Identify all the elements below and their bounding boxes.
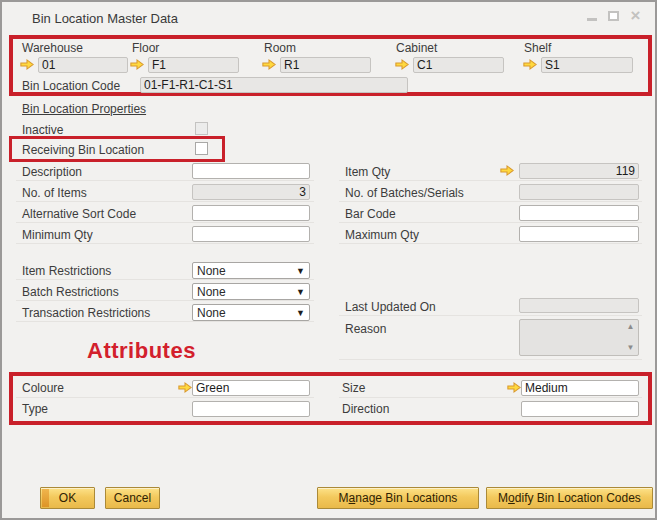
inactive-label: Inactive — [22, 123, 63, 137]
room-field[interactable] — [280, 57, 371, 73]
shelf-label: Shelf — [524, 41, 551, 55]
bar-code-label: Bar Code — [345, 207, 396, 221]
minimum-qty-field[interactable] — [192, 226, 310, 242]
coloure-link-arrow-icon[interactable] — [178, 381, 192, 394]
warehouse-field[interactable] — [38, 57, 128, 73]
alternative-sort-code-label: Alternative Sort Code — [22, 207, 136, 221]
maximum-qty-label: Maximum Qty — [345, 228, 419, 242]
last-updated-on-field[interactable] — [519, 298, 639, 313]
batch-restrictions-label: Batch Restrictions — [22, 285, 119, 299]
no-of-batches-serials-field[interactable] — [519, 184, 639, 200]
transaction-restrictions-label: Transaction Restrictions — [22, 306, 150, 320]
row-divider — [339, 222, 642, 223]
warehouse-link-arrow-icon[interactable] — [20, 58, 34, 71]
item-qty-label: Item Qty — [345, 165, 390, 179]
bin-location-master-data-window: Bin Location Master Data × Warehouse Flo… — [0, 0, 657, 520]
size-link-arrow-icon[interactable] — [507, 381, 521, 394]
item-qty-field[interactable] — [519, 163, 639, 179]
manage-bin-locations-label: Manage Bin Locations — [339, 491, 458, 505]
row-divider — [339, 397, 642, 398]
chevron-down-icon: ▼ — [296, 308, 305, 318]
row-divider — [339, 201, 642, 202]
type-field[interactable] — [192, 401, 310, 417]
description-label: Description — [22, 165, 82, 179]
modify-bin-location-codes-button[interactable]: Modify Bin Location Codes — [486, 487, 653, 509]
bin-location-properties-link[interactable]: Bin Location Properties — [22, 102, 146, 116]
last-updated-on-label: Last Updated On — [345, 300, 436, 314]
description-field[interactable] — [192, 163, 310, 179]
row-divider — [16, 279, 314, 280]
row-divider — [16, 180, 314, 181]
row-divider — [16, 397, 314, 398]
receiving-bin-location-checkbox[interactable] — [195, 142, 208, 155]
chevron-down-icon: ▼ — [296, 266, 305, 276]
warehouse-label: Warehouse — [22, 41, 83, 55]
cancel-button-label: Cancel — [114, 491, 151, 505]
room-label: Room — [264, 41, 296, 55]
alternative-sort-code-field[interactable] — [192, 205, 310, 221]
shelf-field[interactable] — [541, 57, 633, 73]
no-of-items-label: No. of Items — [22, 186, 87, 200]
chevron-down-icon: ▼ — [296, 287, 305, 297]
cancel-button[interactable]: Cancel — [105, 487, 160, 509]
bar-code-field[interactable] — [519, 205, 639, 221]
cabinet-field[interactable] — [413, 57, 504, 73]
maximize-icon[interactable] — [606, 9, 621, 23]
row-divider — [16, 243, 314, 244]
type-label: Type — [22, 402, 48, 416]
receiving-bin-location-label: Receiving Bin Location — [22, 143, 144, 157]
item-restrictions-value: None — [197, 264, 296, 278]
item-restrictions-label: Item Restrictions — [22, 264, 111, 278]
row-divider — [16, 300, 314, 301]
cabinet-link-arrow-icon[interactable] — [395, 58, 409, 71]
reason-textarea[interactable]: ▲ ▼ — [519, 319, 639, 356]
row-divider — [339, 243, 642, 244]
modify-bin-location-codes-label: Modify Bin Location Codes — [498, 491, 641, 505]
direction-label: Direction — [342, 402, 389, 416]
close-icon[interactable]: × — [628, 9, 643, 23]
floor-field[interactable] — [148, 57, 239, 73]
inactive-checkbox[interactable] — [195, 122, 208, 135]
row-divider — [16, 201, 314, 202]
floor-label: Floor — [132, 41, 159, 55]
minimize-icon[interactable] — [584, 9, 599, 23]
manage-bin-locations-button[interactable]: Manage Bin Locations — [317, 487, 479, 509]
ok-button[interactable]: OK — [40, 487, 95, 509]
item-qty-link-arrow-icon[interactable] — [500, 164, 514, 177]
batch-restrictions-value: None — [197, 285, 296, 299]
minimum-qty-label: Minimum Qty — [22, 228, 93, 242]
row-divider — [16, 222, 314, 223]
size-field[interactable] — [521, 380, 639, 396]
scroll-up-icon[interactable]: ▲ — [627, 323, 635, 331]
transaction-restrictions-value: None — [197, 306, 296, 320]
attributes-annotation-title: Attributes — [87, 338, 196, 364]
row-divider — [339, 315, 642, 316]
ok-button-focus-stripe — [42, 489, 49, 507]
size-label: Size — [342, 381, 365, 395]
maximum-qty-field[interactable] — [519, 226, 639, 242]
row-divider — [16, 321, 314, 322]
room-link-arrow-icon[interactable] — [262, 58, 276, 71]
batch-restrictions-dropdown[interactable]: None ▼ — [192, 283, 310, 300]
item-restrictions-dropdown[interactable]: None ▼ — [192, 262, 310, 279]
bin-location-code-label: Bin Location Code — [22, 79, 120, 93]
coloure-label: Coloure — [22, 381, 64, 395]
reason-scrollbar[interactable]: ▲ ▼ — [624, 321, 637, 354]
no-of-batches-serials-label: No. of Batches/Serials — [345, 186, 464, 200]
coloure-field[interactable] — [192, 380, 310, 396]
scroll-down-icon[interactable]: ▼ — [627, 344, 635, 352]
shelf-link-arrow-icon[interactable] — [523, 58, 537, 71]
window-controls: × — [584, 9, 643, 23]
transaction-restrictions-dropdown[interactable]: None ▼ — [192, 304, 310, 321]
floor-link-arrow-icon[interactable] — [130, 58, 144, 71]
reason-label: Reason — [345, 322, 386, 336]
window-title: Bin Location Master Data — [32, 11, 178, 26]
no-of-items-field[interactable] — [192, 184, 310, 200]
row-divider — [339, 359, 642, 360]
row-divider — [339, 180, 642, 181]
direction-field[interactable] — [521, 401, 639, 417]
bin-location-code-field[interactable] — [140, 77, 408, 93]
ok-button-label: OK — [59, 491, 76, 505]
cabinet-label: Cabinet — [396, 41, 437, 55]
